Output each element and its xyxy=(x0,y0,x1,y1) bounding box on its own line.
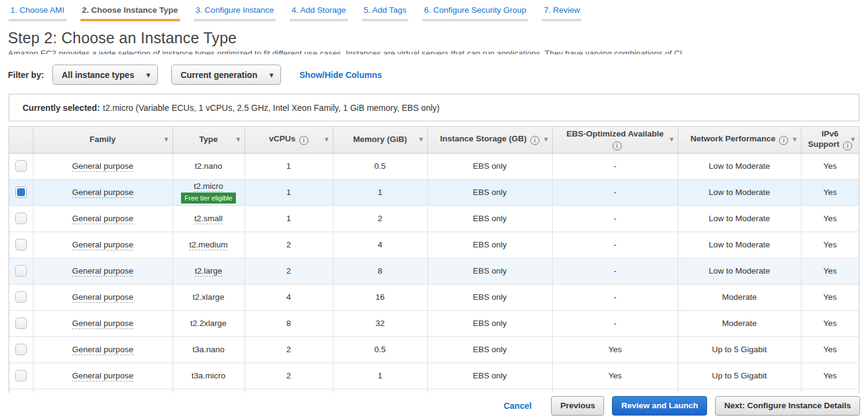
step-tab-3[interactable]: 3. Configure Instance xyxy=(194,5,276,21)
checkbox-cell xyxy=(9,179,33,205)
type-label: t2.medium xyxy=(189,240,227,250)
column-header-storage[interactable]: Instance Storage (GB)i▾ xyxy=(427,127,552,153)
type-cell: t2.small xyxy=(173,205,244,232)
generation-filter-value: Current generation xyxy=(180,70,257,80)
step-tab-7[interactable]: 7. Review xyxy=(542,5,582,21)
ebs-optimized-cell: - xyxy=(552,310,678,336)
family-cell: General purpose xyxy=(33,205,173,232)
instance-row-t2.small[interactable]: General purposet2.small12EBS only-Low to… xyxy=(9,205,859,232)
vcpus-cell: 1 xyxy=(244,179,333,205)
next-configure-instance-details-button[interactable]: Next: Configure Instance Details xyxy=(715,396,860,416)
family-cell: General purpose xyxy=(33,363,173,389)
memory-cell: 8 xyxy=(333,258,427,284)
instance-row-t2.micro[interactable]: General purposet2.microFree tier eligibl… xyxy=(9,179,859,205)
column-header-type[interactable]: Type▾ xyxy=(173,127,244,153)
row-checkbox[interactable] xyxy=(15,239,27,250)
instance-row-t3a.micro[interactable]: General purposet3a.micro21EBS onlyYesUp … xyxy=(9,363,859,389)
ebs-optimized-cell: Yes xyxy=(552,389,678,393)
type-label: t2.micro xyxy=(194,182,223,192)
instance-row-t3a.small[interactable]: General purposet3a.small22EBS onlyYesUp … xyxy=(9,389,859,393)
select-all-header-cell xyxy=(9,127,33,153)
family-cell: General purpose xyxy=(33,336,173,363)
family-label: General purpose xyxy=(72,214,133,224)
page-title: Step 2: Choose an Instance Type xyxy=(0,21,868,47)
step-tab-4[interactable]: 4. Add Storage xyxy=(290,5,347,21)
column-header-family[interactable]: Family▾ xyxy=(33,127,173,153)
type-cell: t3a.small xyxy=(173,389,244,393)
network-performance-cell: Low to Moderate xyxy=(678,258,801,284)
row-checkbox[interactable] xyxy=(15,160,27,172)
column-header-ipv6[interactable]: IPv6Supporti▾ xyxy=(801,127,859,153)
checkbox-cell xyxy=(9,310,33,336)
row-checkbox[interactable] xyxy=(15,265,27,277)
info-icon[interactable]: i xyxy=(613,141,622,151)
filter-by-label: Filter by: xyxy=(8,70,44,80)
sort-caret-icon: ▾ xyxy=(670,135,674,144)
column-header-memory[interactable]: Memory (GiB)▾ xyxy=(333,127,427,153)
sort-caret-icon: ▾ xyxy=(793,135,797,144)
row-checkbox[interactable] xyxy=(15,291,27,303)
type-cell: t2.large xyxy=(173,258,244,284)
row-checkbox-checked[interactable] xyxy=(15,186,27,198)
step-tab-5[interactable]: 5. Add Tags xyxy=(362,5,408,21)
info-icon[interactable]: i xyxy=(299,136,308,145)
row-checkbox[interactable] xyxy=(15,370,27,381)
page-content: 1. Choose AMI2. Choose Instance Type3. C… xyxy=(0,0,868,393)
type-cell: t2.2xlarge xyxy=(173,310,244,336)
type-label: t3a.nano xyxy=(193,345,225,354)
network-performance-cell: Up to 5 Gigabit xyxy=(678,336,801,363)
ebs-optimized-cell: - xyxy=(552,284,678,310)
step-tab-2[interactable]: 2. Choose Instance Type xyxy=(80,5,180,21)
network-performance-cell: Moderate xyxy=(678,284,801,310)
instance-row-t2.medium[interactable]: General purposet2.medium24EBS only-Low t… xyxy=(9,232,859,258)
ipv6-support-cell: Yes xyxy=(801,363,859,389)
instance-row-t3a.nano[interactable]: General purposet3a.nano20.5EBS onlyYesUp… xyxy=(9,336,859,363)
info-icon[interactable]: i xyxy=(779,136,788,145)
previous-button[interactable]: Previous xyxy=(551,396,604,416)
column-header-ebs_optimized[interactable]: EBS-Optimized Availablei▾ xyxy=(552,127,678,153)
vcpus-cell: 8 xyxy=(244,310,333,336)
network-performance-cell: Up to 5 Gigabit xyxy=(678,389,801,393)
type-cell: t2.nano xyxy=(173,153,244,179)
generation-filter-dropdown[interactable]: Current generation ▾ xyxy=(171,65,281,85)
family-label: General purpose xyxy=(72,266,133,277)
info-icon[interactable]: i xyxy=(530,136,539,145)
type-cell: t2.microFree tier eligible xyxy=(173,179,244,205)
sort-caret-icon: ▾ xyxy=(419,135,423,144)
currently-selected-value: t2.micro (Variable ECUs, 1 vCPUs, 2.5 GH… xyxy=(103,103,439,113)
column-header-vcpus[interactable]: vCPUsi▾ xyxy=(244,127,333,153)
column-header-network[interactable]: Network Performancei▾ xyxy=(678,127,801,153)
instance-row-t2.nano[interactable]: General purposet2.nano10.5EBS only-Low t… xyxy=(9,153,859,179)
table-header-row: Family▾Type▾vCPUsi▾Memory (GiB)▾Instance… xyxy=(9,127,859,153)
family-cell: General purpose xyxy=(33,153,173,179)
type-label: t2.2xlarge xyxy=(190,319,226,328)
type-label: t2.xlarge xyxy=(193,292,224,302)
review-and-launch-button[interactable]: Review and Launch xyxy=(612,396,707,416)
row-checkbox[interactable] xyxy=(15,317,27,329)
instance-row-t2.xlarge[interactable]: General purposet2.xlarge416EBS only-Mode… xyxy=(9,284,859,310)
family-cell: General purpose xyxy=(33,232,173,258)
family-cell: General purpose xyxy=(33,389,173,393)
memory-cell: 16 xyxy=(333,284,427,310)
instance-row-t2.large[interactable]: General purposet2.large28EBS only-Low to… xyxy=(9,258,859,284)
show-hide-columns-link[interactable]: Show/Hide Columns xyxy=(299,70,382,80)
row-checkbox[interactable] xyxy=(15,213,27,224)
step-tab-1[interactable]: 1. Choose AMI xyxy=(9,5,66,21)
instance-type-filter-dropdown[interactable]: All instance types ▾ xyxy=(52,65,158,85)
ebs-optimized-cell: - xyxy=(552,258,678,284)
type-label: t2.large xyxy=(194,266,222,277)
ipv6-support-cell: Yes xyxy=(801,179,859,205)
checkbox-cell xyxy=(9,363,33,389)
family-cell: General purpose xyxy=(33,179,173,205)
instance-type-table: Family▾Type▾vCPUsi▾Memory (GiB)▾Instance… xyxy=(9,127,859,393)
storage-cell: EBS only xyxy=(427,179,552,205)
vcpus-cell: 2 xyxy=(244,389,333,393)
filter-bar: Filter by: All instance types ▾ Current … xyxy=(0,54,868,85)
currently-selected-banner: Currently selected: t2.micro (Variable E… xyxy=(9,94,859,121)
instance-row-t2.2xlarge[interactable]: General purposet2.2xlarge832EBS only-Mod… xyxy=(9,310,859,336)
ebs-optimized-cell: - xyxy=(552,153,678,179)
storage-cell: EBS only xyxy=(427,336,552,363)
cancel-link[interactable]: Cancel xyxy=(503,401,532,411)
row-checkbox[interactable] xyxy=(15,344,27,355)
step-tab-6[interactable]: 6. Configure Security Group xyxy=(422,5,528,21)
